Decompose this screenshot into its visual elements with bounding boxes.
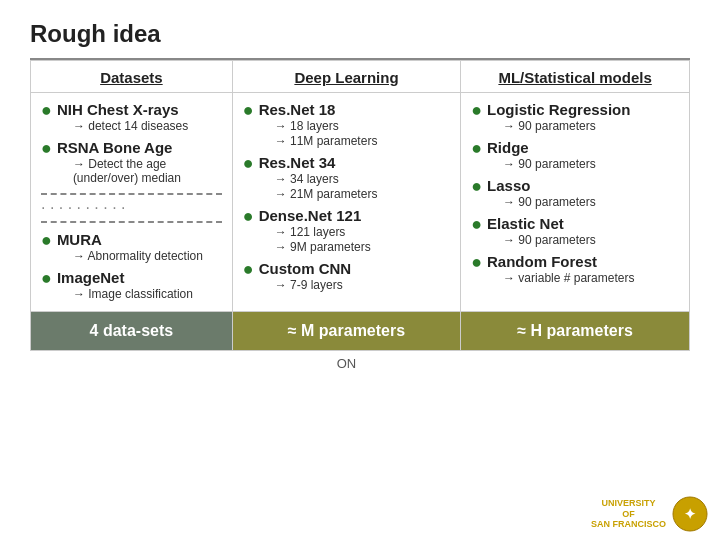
page: Rough idea Datasets Deep Learning ML/Sta…: [0, 0, 720, 540]
list-item: ● Logistic Regression → 90 parameters: [471, 101, 679, 133]
item-title: Ridge: [487, 139, 596, 156]
bullet-icon: ●: [243, 260, 254, 280]
list-item: ● Ridge → 90 parameters: [471, 139, 679, 171]
item-title: Lasso: [487, 177, 596, 194]
item-sub: → 9M parameters: [275, 240, 371, 254]
list-item: ● Dense.Net 121 → 121 layers → 9M parame…: [243, 207, 450, 254]
ml-cell: ● Logistic Regression → 90 parameters ● …: [461, 93, 690, 312]
item-title: ImageNet: [57, 269, 193, 286]
item-title: NIH Chest X-rays: [57, 101, 188, 118]
svg-text:✦: ✦: [684, 506, 696, 522]
list-item: ● Random Forest → variable # parameters: [471, 253, 679, 285]
item-sub: → 18 layers: [275, 119, 378, 133]
bullet-icon: ●: [471, 101, 482, 121]
summary-datasets: 4 data-sets: [31, 312, 233, 351]
item-title: Res.Net 34: [259, 154, 378, 171]
logo-area: UNIVERSITYOFSAN FRANCISCO ✦: [591, 496, 708, 532]
bullet-icon: ●: [471, 253, 482, 273]
col-header-ml: ML/Statistical models: [461, 61, 690, 93]
datasets-cell: ● NIH Chest X-rays → detect 14 diseases …: [31, 93, 233, 312]
bullet-icon: ●: [41, 139, 52, 159]
list-item: ● Custom CNN → 7-9 layers: [243, 260, 450, 292]
item-sub: → detect 14 diseases: [73, 119, 188, 133]
item-sub: → 90 parameters: [503, 233, 596, 247]
item-sub: → 90 parameters: [503, 195, 596, 209]
list-item: ● RSNA Bone Age → Detect the age (under/…: [41, 139, 222, 185]
col-header-dl: Deep Learning: [232, 61, 460, 93]
bullet-icon: ●: [41, 231, 52, 251]
item-sub: → 11M parameters: [275, 134, 378, 148]
item-sub: → 34 layers: [275, 172, 378, 186]
item-title: RSNA Bone Age: [57, 139, 222, 156]
on-label: ON: [232, 351, 460, 372]
bullet-icon: ●: [471, 215, 482, 235]
item-title: Res.Net 18: [259, 101, 378, 118]
bullet-icon: ●: [243, 154, 254, 174]
item-sub: → Abnormality detection: [73, 249, 203, 263]
list-item: ● Elastic Net → 90 parameters: [471, 215, 679, 247]
item-sub: → 7-9 layers: [275, 278, 352, 292]
summary-row: 4 data-sets ≈ M parameters ≈ H parameter…: [31, 312, 690, 351]
item-title: Random Forest: [487, 253, 634, 270]
item-sub: → Image classification: [73, 287, 193, 301]
footer-row: ON: [31, 351, 690, 372]
logo-emblem: ✦: [672, 496, 708, 532]
list-item: ● MURA → Abnormality detection: [41, 231, 222, 263]
item-sub: → Detect the age (under/over) median: [73, 157, 222, 185]
item-title: Elastic Net: [487, 215, 596, 232]
col-header-datasets: Datasets: [31, 61, 233, 93]
summary-dl: ≈ M parameters: [232, 312, 460, 351]
item-sub: → 21M parameters: [275, 187, 378, 201]
list-item: ● NIH Chest X-rays → detect 14 diseases: [41, 101, 222, 133]
item-sub: → 90 parameters: [503, 157, 596, 171]
item-title: Dense.Net 121: [259, 207, 371, 224]
item-title: Custom CNN: [259, 260, 352, 277]
item-title: MURA: [57, 231, 203, 248]
summary-ml: ≈ H parameters: [461, 312, 690, 351]
dashed-divider: · · · · · · · · · ·: [41, 193, 222, 223]
item-sub: → 121 layers: [275, 225, 371, 239]
bullet-icon: ●: [471, 139, 482, 159]
item-sub: → variable # parameters: [503, 271, 634, 285]
bullet-icon: ●: [41, 101, 52, 121]
bullet-icon: ●: [471, 177, 482, 197]
main-table: Datasets Deep Learning ML/Statistical mo…: [30, 60, 690, 371]
bullet-icon: ●: [41, 269, 52, 289]
list-item: ● Res.Net 34 → 34 layers → 21M parameter…: [243, 154, 450, 201]
bullet-icon: ●: [243, 101, 254, 121]
item-title: Logistic Regression: [487, 101, 630, 118]
list-item: ● Lasso → 90 parameters: [471, 177, 679, 209]
item-sub: → 90 parameters: [503, 119, 630, 133]
list-item: ● ImageNet → Image classification: [41, 269, 222, 301]
dl-cell: ● Res.Net 18 → 18 layers → 11M parameter…: [232, 93, 460, 312]
page-title: Rough idea: [30, 20, 690, 48]
list-item: ● Res.Net 18 → 18 layers → 11M parameter…: [243, 101, 450, 148]
bullet-icon: ●: [243, 207, 254, 227]
logo-text: UNIVERSITYOFSAN FRANCISCO: [591, 498, 666, 530]
